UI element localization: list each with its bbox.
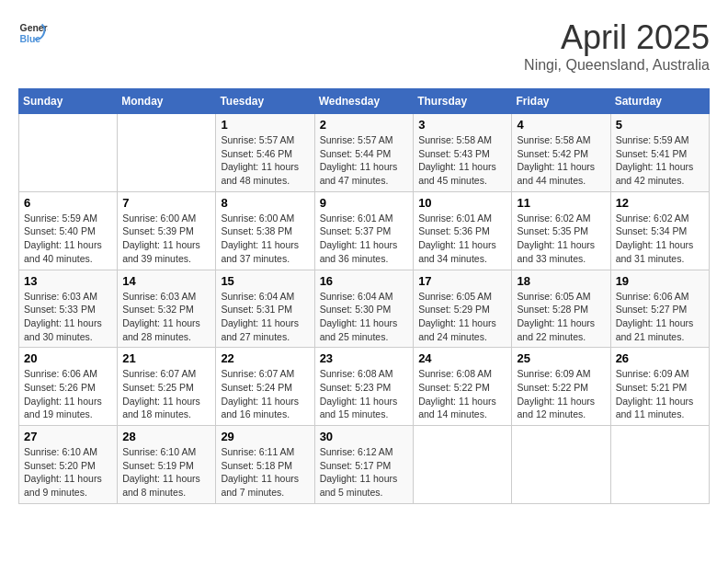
day-info: Sunrise: 6:11 AM Sunset: 5:18 PM Dayligh…	[221, 445, 309, 500]
calendar-cell: 10Sunrise: 6:01 AM Sunset: 5:36 PM Dayli…	[414, 191, 512, 270]
day-info: Sunrise: 6:08 AM Sunset: 5:22 PM Dayligh…	[418, 367, 506, 421]
weekday-header-monday: Monday	[118, 89, 216, 114]
day-info: Sunrise: 5:57 AM Sunset: 5:44 PM Dayligh…	[320, 133, 409, 188]
calendar-cell: 29Sunrise: 6:11 AM Sunset: 5:18 PM Dayli…	[216, 426, 314, 504]
day-info: Sunrise: 6:05 AM Sunset: 5:28 PM Dayligh…	[517, 290, 605, 344]
calendar-cell: 1Sunrise: 5:57 AM Sunset: 5:46 PM Daylig…	[216, 114, 314, 192]
day-number: 10	[418, 196, 506, 210]
weekday-header-wednesday: Wednesday	[314, 89, 414, 114]
calendar-cell	[19, 114, 118, 192]
weekday-header-thursday: Thursday	[414, 89, 512, 114]
day-number: 21	[122, 351, 210, 365]
calendar-cell: 20Sunrise: 6:06 AM Sunset: 5:26 PM Dayli…	[19, 348, 118, 426]
calendar-title: April 2025	[524, 18, 710, 57]
day-number: 4	[517, 118, 605, 132]
calendar-cell: 15Sunrise: 6:04 AM Sunset: 5:31 PM Dayli…	[216, 270, 314, 348]
page-header: General Blue April 2025 Ningi, Queenslan…	[18, 18, 710, 74]
day-info: Sunrise: 6:07 AM Sunset: 5:25 PM Dayligh…	[122, 367, 210, 421]
day-number: 20	[24, 351, 112, 365]
day-number: 26	[616, 351, 704, 365]
day-info: Sunrise: 5:57 AM Sunset: 5:46 PM Dayligh…	[221, 133, 309, 188]
day-number: 8	[221, 196, 309, 210]
calendar-cell: 27Sunrise: 6:10 AM Sunset: 5:20 PM Dayli…	[19, 426, 118, 504]
day-number: 15	[221, 274, 309, 288]
day-number: 30	[320, 430, 409, 443]
day-info: Sunrise: 5:58 AM Sunset: 5:43 PM Dayligh…	[418, 133, 506, 188]
day-number: 1	[221, 118, 309, 132]
day-number: 17	[418, 274, 506, 288]
day-info: Sunrise: 6:08 AM Sunset: 5:23 PM Dayligh…	[320, 367, 409, 421]
day-info: Sunrise: 6:03 AM Sunset: 5:32 PM Dayligh…	[122, 290, 210, 344]
calendar-week-row: 20Sunrise: 6:06 AM Sunset: 5:26 PM Dayli…	[19, 348, 710, 426]
day-info: Sunrise: 6:07 AM Sunset: 5:24 PM Dayligh…	[221, 367, 309, 421]
day-info: Sunrise: 6:01 AM Sunset: 5:36 PM Dayligh…	[418, 212, 506, 266]
day-number: 13	[24, 274, 112, 288]
calendar-cell	[512, 426, 610, 504]
calendar-cell: 23Sunrise: 6:08 AM Sunset: 5:23 PM Dayli…	[314, 348, 414, 426]
calendar-cell: 26Sunrise: 6:09 AM Sunset: 5:21 PM Dayli…	[610, 348, 709, 426]
day-info: Sunrise: 6:01 AM Sunset: 5:37 PM Dayligh…	[320, 212, 409, 266]
day-number: 23	[320, 351, 409, 365]
day-info: Sunrise: 6:09 AM Sunset: 5:21 PM Dayligh…	[616, 367, 704, 421]
calendar-cell: 13Sunrise: 6:03 AM Sunset: 5:33 PM Dayli…	[19, 270, 118, 348]
day-number: 28	[122, 430, 210, 443]
calendar-cell: 4Sunrise: 5:58 AM Sunset: 5:42 PM Daylig…	[512, 114, 610, 192]
calendar-cell: 24Sunrise: 6:08 AM Sunset: 5:22 PM Dayli…	[414, 348, 512, 426]
day-info: Sunrise: 6:04 AM Sunset: 5:30 PM Dayligh…	[320, 290, 409, 344]
day-info: Sunrise: 6:06 AM Sunset: 5:27 PM Dayligh…	[616, 290, 704, 344]
calendar-week-row: 27Sunrise: 6:10 AM Sunset: 5:20 PM Dayli…	[19, 426, 710, 504]
day-number: 9	[320, 196, 409, 210]
calendar-cell: 16Sunrise: 6:04 AM Sunset: 5:30 PM Dayli…	[314, 270, 414, 348]
calendar-cell: 17Sunrise: 6:05 AM Sunset: 5:29 PM Dayli…	[414, 270, 512, 348]
calendar-cell: 19Sunrise: 6:06 AM Sunset: 5:27 PM Dayli…	[610, 270, 709, 348]
calendar-cell	[414, 426, 512, 504]
day-info: Sunrise: 6:00 AM Sunset: 5:38 PM Dayligh…	[221, 212, 309, 266]
day-info: Sunrise: 6:02 AM Sunset: 5:34 PM Dayligh…	[616, 212, 704, 266]
day-info: Sunrise: 6:03 AM Sunset: 5:33 PM Dayligh…	[24, 290, 112, 344]
weekday-header-sunday: Sunday	[19, 89, 118, 114]
day-number: 3	[418, 118, 506, 132]
calendar-cell: 6Sunrise: 5:59 AM Sunset: 5:40 PM Daylig…	[19, 191, 118, 270]
day-number: 12	[616, 196, 704, 210]
day-info: Sunrise: 6:09 AM Sunset: 5:22 PM Dayligh…	[517, 367, 605, 421]
day-number: 18	[517, 274, 605, 288]
day-number: 25	[517, 351, 605, 365]
day-number: 14	[122, 274, 210, 288]
calendar-cell: 30Sunrise: 6:12 AM Sunset: 5:17 PM Dayli…	[314, 426, 414, 504]
day-info: Sunrise: 6:00 AM Sunset: 5:39 PM Dayligh…	[122, 212, 210, 266]
calendar-cell	[610, 426, 709, 504]
calendar-week-row: 13Sunrise: 6:03 AM Sunset: 5:33 PM Dayli…	[19, 270, 710, 348]
calendar-subtitle: Ningi, Queensland, Australia	[524, 57, 710, 74]
calendar-cell: 21Sunrise: 6:07 AM Sunset: 5:25 PM Dayli…	[118, 348, 216, 426]
calendar-cell: 5Sunrise: 5:59 AM Sunset: 5:41 PM Daylig…	[610, 114, 709, 192]
day-number: 27	[24, 430, 112, 443]
calendar-week-row: 6Sunrise: 5:59 AM Sunset: 5:40 PM Daylig…	[19, 191, 710, 270]
day-number: 7	[122, 196, 210, 210]
calendar-cell: 8Sunrise: 6:00 AM Sunset: 5:38 PM Daylig…	[216, 191, 314, 270]
calendar-cell: 2Sunrise: 5:57 AM Sunset: 5:44 PM Daylig…	[314, 114, 414, 192]
calendar-cell: 3Sunrise: 5:58 AM Sunset: 5:43 PM Daylig…	[414, 114, 512, 192]
weekday-header-friday: Friday	[512, 89, 610, 114]
day-number: 19	[616, 274, 704, 288]
day-info: Sunrise: 5:59 AM Sunset: 5:40 PM Dayligh…	[24, 212, 112, 266]
calendar-table: SundayMondayTuesdayWednesdayThursdayFrid…	[18, 88, 710, 504]
calendar-cell: 14Sunrise: 6:03 AM Sunset: 5:32 PM Dayli…	[118, 270, 216, 348]
day-number: 5	[616, 118, 704, 132]
day-number: 24	[418, 351, 506, 365]
day-info: Sunrise: 5:58 AM Sunset: 5:42 PM Dayligh…	[517, 133, 605, 188]
title-block: April 2025 Ningi, Queensland, Australia	[524, 18, 710, 74]
day-info: Sunrise: 6:10 AM Sunset: 5:19 PM Dayligh…	[122, 445, 210, 500]
calendar-cell: 18Sunrise: 6:05 AM Sunset: 5:28 PM Dayli…	[512, 270, 610, 348]
calendar-cell: 22Sunrise: 6:07 AM Sunset: 5:24 PM Dayli…	[216, 348, 314, 426]
day-info: Sunrise: 5:59 AM Sunset: 5:41 PM Dayligh…	[616, 133, 704, 188]
calendar-cell: 7Sunrise: 6:00 AM Sunset: 5:39 PM Daylig…	[118, 191, 216, 270]
calendar-cell: 12Sunrise: 6:02 AM Sunset: 5:34 PM Dayli…	[610, 191, 709, 270]
day-info: Sunrise: 6:04 AM Sunset: 5:31 PM Dayligh…	[221, 290, 309, 344]
logo: General Blue	[18, 18, 48, 48]
day-number: 6	[24, 196, 112, 210]
calendar-cell: 25Sunrise: 6:09 AM Sunset: 5:22 PM Dayli…	[512, 348, 610, 426]
day-info: Sunrise: 6:12 AM Sunset: 5:17 PM Dayligh…	[320, 445, 409, 500]
weekday-header-row: SundayMondayTuesdayWednesdayThursdayFrid…	[19, 89, 710, 114]
weekday-header-saturday: Saturday	[610, 89, 709, 114]
day-number: 22	[221, 351, 309, 365]
